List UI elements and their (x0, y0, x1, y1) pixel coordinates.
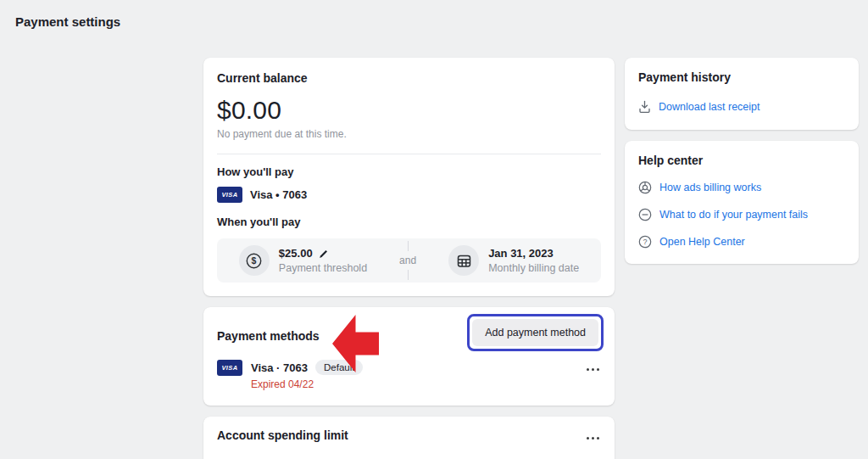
billing-overview-card: Current balance $0.00 No payment due at … (203, 58, 615, 296)
and-text: and (399, 255, 416, 266)
page-title: Payment settings (15, 14, 120, 29)
svg-text:?: ? (643, 238, 647, 246)
payment-threshold-item: $ $25.00 Payment threshold (239, 245, 367, 276)
help-link-open-help-center-label: Open Help Center (659, 236, 745, 248)
expired-status-text: Expired 04/22 (251, 378, 363, 390)
when-you-pay-box: $ $25.00 Payment threshold (217, 238, 601, 283)
billing-lifebuoy-icon (638, 181, 652, 194)
payment-threshold-text: $25.00 Payment threshold (279, 247, 367, 274)
billing-date-label: Monthly billing date (488, 262, 579, 274)
help-center-heading: Help center (638, 154, 845, 167)
payment-method-texts: Visa · 7063 Default Expired 04/22 (251, 360, 363, 390)
payment-methods-heading: Payment methods (217, 319, 320, 343)
and-connector: and (399, 241, 416, 280)
payment-threshold-amount: $25.00 (279, 247, 313, 260)
more-options-icon[interactable] (585, 428, 601, 448)
billing-date-item: Jan 31, 2023 Monthly billing date (448, 245, 579, 276)
visa-logo-icon: VISA (217, 187, 242, 203)
side-column: Payment history Download last receipt He… (625, 58, 859, 275)
help-link-payment-fails[interactable]: What to do if your payment fails (638, 208, 845, 221)
current-balance-section: Current balance $0.00 No payment due at … (203, 58, 615, 154)
payment-methods-card: Payment methods Add payment method VISA … (203, 307, 615, 406)
default-badge: Default (315, 360, 363, 375)
more-options-icon[interactable] (585, 360, 601, 379)
billing-date-text: Jan 31, 2023 Monthly billing date (488, 247, 579, 274)
help-link-payment-fails-label: What to do if your payment fails (659, 209, 808, 221)
help-link-billing-label: How ads billing works (659, 182, 761, 193)
help-question-icon: ? (638, 235, 652, 249)
current-balance-heading: Current balance (217, 71, 601, 85)
pay-details-section: How you'll pay VISA Visa • 7063 When you… (203, 154, 615, 296)
spending-limit-card: Account spending limit Remaining amount:… (203, 417, 615, 459)
edit-threshold-icon[interactable] (319, 249, 329, 259)
billing-date-value: Jan 31, 2023 (488, 247, 579, 260)
main-column: Current balance $0.00 No payment due at … (203, 58, 615, 459)
payment-card-row: VISA Visa • 7063 (217, 187, 601, 203)
how-you-pay-heading: How you'll pay (217, 165, 601, 178)
calendar-icon (448, 245, 479, 276)
current-balance-note: No payment due at this time. (217, 128, 601, 140)
payment-history-heading: Payment history (638, 70, 845, 84)
download-receipt-label: Download last receipt (659, 101, 760, 113)
help-center-card: Help center How ads billing works What t… (625, 141, 859, 264)
payment-threshold-label: Payment threshold (279, 262, 367, 274)
svg-text:$: $ (252, 255, 257, 266)
dollar-circle-icon: $ (239, 245, 270, 276)
visa-logo-icon: VISA (217, 360, 242, 376)
payment-fails-icon (638, 208, 652, 221)
download-icon (638, 100, 651, 114)
current-balance-amount: $0.00 (217, 96, 601, 125)
payment-method-row: VISA Visa · 7063 Default Expired 04/22 (217, 360, 601, 390)
help-link-billing[interactable]: How ads billing works (638, 181, 845, 194)
add-payment-method-button[interactable]: Add payment method (472, 319, 598, 346)
when-you-pay-heading: When you'll pay (217, 216, 601, 228)
download-receipt-link[interactable]: Download last receipt (638, 100, 845, 114)
payment-method-label: Visa · 7063 (251, 361, 308, 374)
help-link-open-help-center[interactable]: ? Open Help Center (638, 235, 845, 249)
annotation-highlight-box: Add payment method (467, 314, 604, 351)
payment-card-label: Visa • 7063 (250, 188, 307, 201)
spending-limit-heading: Account spending limit (217, 428, 348, 442)
payment-history-card: Payment history Download last receipt (625, 58, 859, 130)
